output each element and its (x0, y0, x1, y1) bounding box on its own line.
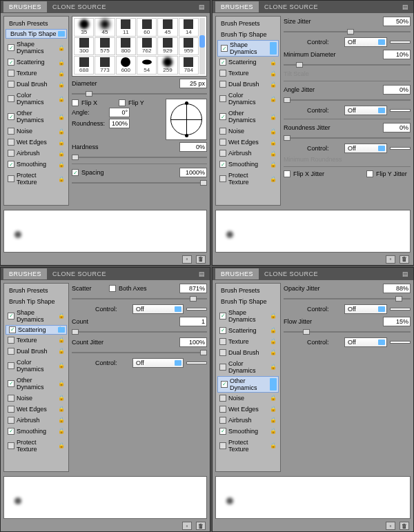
item-brush-presets[interactable]: Brush Presets (6, 18, 67, 29)
item-scattering[interactable]: ✓Scattering🔒 (6, 57, 67, 68)
item-airbrush[interactable]: Airbrush🔒 (217, 148, 279, 159)
count-input[interactable]: 1 (179, 317, 207, 326)
hardness-input[interactable]: 0% (179, 142, 207, 152)
trash-icon[interactable]: 🗑 (196, 522, 206, 530)
item-dual-brush[interactable]: Dual Brush🔒 (217, 79, 279, 90)
size-jitter-input[interactable]: 50% (383, 17, 411, 26)
panel-menu-icon[interactable]: ▤ (400, 3, 411, 10)
item-smoothing[interactable]: ✓Smoothing🔒 (6, 426, 67, 437)
item-wet-edges[interactable]: Wet Edges🔒 (6, 137, 67, 148)
item-smoothing[interactable]: ✓Smoothing🔒 (6, 159, 67, 170)
tab-clone-source[interactable]: CLONE SOURCE (259, 1, 324, 12)
item-noise[interactable]: Noise🔒 (6, 393, 67, 404)
spacing-slider[interactable] (72, 180, 207, 186)
item-noise[interactable]: Noise🔒 (217, 393, 279, 404)
item-airbrush[interactable]: Airbrush🔒 (217, 415, 279, 426)
flow-jitter-slider[interactable] (284, 329, 411, 335)
item-protect-texture[interactable]: Protect Texture🔒 (217, 170, 279, 188)
tab-clone-source[interactable]: CLONE SOURCE (47, 268, 112, 279)
item-color-dynamics[interactable]: Color Dynamics🔒 (6, 357, 67, 375)
item-dual-brush[interactable]: Dual Brush🔒 (217, 347, 279, 358)
tab-brushes[interactable]: BRUSHES (215, 1, 259, 12)
item-noise[interactable]: Noise🔒 (6, 126, 67, 137)
trash-icon[interactable]: 🗑 (400, 255, 409, 264)
item-shape-dynamics[interactable]: ✓Shape Dynamics🔒 (6, 307, 67, 325)
item-dual-brush[interactable]: Dual Brush🔒 (6, 346, 67, 357)
item-brush-presets[interactable]: Brush Presets (217, 18, 279, 29)
both-axes-checkbox[interactable] (109, 285, 116, 292)
item-brush-presets[interactable]: Brush Presets (6, 285, 67, 296)
item-protect-texture[interactable]: Protect Texture🔒 (6, 170, 67, 188)
item-airbrush[interactable]: Airbrush🔒 (6, 148, 67, 159)
flip-x-checkbox[interactable] (72, 99, 79, 106)
opacity-control-select[interactable]: Off (344, 304, 387, 314)
diameter-slider[interactable] (72, 91, 207, 97)
item-brush-tip-shape[interactable]: Brush Tip Shape (217, 29, 279, 40)
item-smoothing[interactable]: ✓Smoothing🔒 (217, 426, 279, 437)
item-color-dynamics[interactable]: Color Dynamics🔒 (217, 90, 279, 108)
spacing-input[interactable]: 1000% (179, 168, 207, 177)
scatter-slider[interactable] (72, 296, 207, 302)
count-control-select[interactable]: Off (132, 358, 184, 368)
size-control-select[interactable]: Off (344, 37, 387, 47)
item-shape-dynamics[interactable]: ✓Shape Dynamics🔒 (217, 307, 279, 325)
roundness-input[interactable]: 100% (109, 119, 130, 128)
roundness-jitter-slider[interactable] (284, 135, 411, 141)
scatter-input[interactable]: 871% (179, 284, 207, 293)
angle-jitter-input[interactable]: 0% (383, 85, 411, 95)
item-smoothing[interactable]: ✓Smoothing🔒 (217, 159, 279, 170)
min-diameter-input[interactable]: 10% (383, 50, 411, 59)
opacity-jitter-slider[interactable] (284, 296, 411, 302)
item-other-dynamics[interactable]: ✓Other Dynamics🔒 (6, 108, 67, 126)
panel-menu-icon[interactable]: ▤ (196, 3, 207, 10)
item-protect-texture[interactable]: Protect Texture🔒 (6, 437, 67, 455)
item-brush-tip-shape[interactable]: Brush Tip Shape (6, 296, 67, 307)
item-brush-tip-shape[interactable]: Brush Tip Shape (6, 29, 67, 39)
item-other-dynamics[interactable]: ✓Other Dynamics🔒 (217, 108, 279, 126)
trash-icon[interactable]: 🗑 (196, 255, 206, 264)
flip-x-jitter-checkbox[interactable] (284, 170, 290, 177)
item-wet-edges[interactable]: Wet Edges🔒 (217, 137, 279, 148)
new-brush-icon[interactable]: ▫ (386, 255, 395, 264)
count-jitter-input[interactable]: 100% (179, 337, 207, 347)
opacity-jitter-input[interactable]: 88% (383, 284, 411, 293)
flow-control-select[interactable]: Off (344, 337, 387, 347)
roundness-control-select[interactable]: Off (344, 144, 387, 153)
new-brush-icon[interactable]: ▫ (386, 522, 395, 530)
item-other-dynamics[interactable]: ✓Other Dynamics🔒 (217, 376, 279, 393)
item-color-dynamics[interactable]: Color Dynamics🔒 (6, 90, 67, 108)
tab-clone-source[interactable]: CLONE SOURCE (47, 1, 112, 12)
count-jitter-slider[interactable] (72, 350, 207, 355)
size-jitter-slider[interactable] (284, 29, 411, 35)
trash-icon[interactable]: 🗑 (400, 522, 409, 530)
new-brush-icon[interactable]: ▫ (182, 522, 192, 530)
item-texture[interactable]: Texture🔒 (217, 336, 279, 347)
item-scattering[interactable]: ✓Scattering🔒 (217, 325, 279, 336)
tab-brushes[interactable]: BRUSHES (3, 268, 47, 279)
item-airbrush[interactable]: Airbrush🔒 (6, 415, 67, 426)
scrollbar[interactable] (199, 18, 205, 75)
item-other-dynamics[interactable]: ✓Other Dynamics🔒 (6, 375, 67, 393)
angle-control-select[interactable]: Off (344, 106, 387, 115)
new-brush-icon[interactable]: ▫ (182, 255, 192, 264)
min-diameter-slider[interactable] (284, 62, 411, 68)
tab-clone-source[interactable]: CLONE SOURCE (259, 268, 324, 279)
item-shape-dynamics[interactable]: ✓Shape Dynamics🔒 (217, 40, 279, 57)
tab-brushes[interactable]: BRUSHES (3, 1, 47, 12)
item-noise[interactable]: Noise🔒 (217, 126, 279, 137)
angle-jitter-slider[interactable] (284, 97, 411, 103)
item-wet-edges[interactable]: Wet Edges🔒 (6, 404, 67, 415)
item-scattering[interactable]: ✓Scattering🔒 (217, 57, 279, 68)
scatter-control-select[interactable]: Off (132, 304, 184, 314)
diameter-input[interactable]: 25 px (179, 79, 207, 88)
item-texture[interactable]: Texture🔒 (6, 335, 67, 346)
item-scattering[interactable]: ✓Scattering🔒 (6, 325, 67, 335)
item-wet-edges[interactable]: Wet Edges🔒 (217, 404, 279, 415)
spacing-checkbox[interactable]: ✓ (72, 169, 79, 176)
count-slider[interactable] (72, 329, 207, 335)
panel-menu-icon[interactable]: ▤ (400, 270, 411, 277)
flip-y-checkbox[interactable] (119, 99, 126, 106)
item-texture[interactable]: Texture🔒 (6, 68, 67, 79)
flow-jitter-input[interactable]: 15% (383, 317, 411, 326)
tab-brushes[interactable]: BRUSHES (215, 268, 259, 279)
